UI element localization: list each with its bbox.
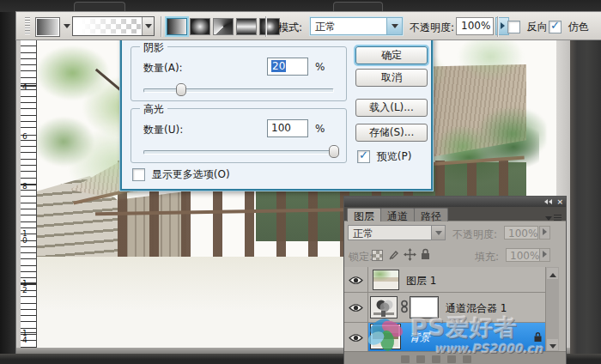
radial-gradient-button[interactable] <box>190 18 210 35</box>
check-icon: ✓ <box>359 149 368 161</box>
menu-lines-icon <box>554 215 562 221</box>
preview-checkbox[interactable]: ✓ <box>357 150 370 163</box>
layer-row[interactable]: 图层 1 <box>344 267 545 293</box>
check-icon: ✓ <box>550 19 560 32</box>
layer-opacity-value[interactable]: 100% <box>504 226 538 240</box>
reverse-checkbox[interactable]: ✓ <box>507 21 520 33</box>
triangle-up-icon <box>549 273 556 277</box>
shadows-slider[interactable] <box>143 85 334 95</box>
dither-label: 仿色 <box>568 21 589 33</box>
shadows-amount-label: 数量(A): <box>143 61 183 76</box>
linear-gradient-button[interactable] <box>167 18 187 35</box>
mode-select[interactable]: 正常 <box>310 17 403 35</box>
chevron-down-icon <box>145 24 152 28</box>
shadows-group-label: 阴影 <box>140 40 167 55</box>
panel-bottom-icon[interactable] <box>432 355 440 363</box>
collapse-icon[interactable] <box>549 199 552 204</box>
reflected-gradient-button[interactable] <box>236 18 257 35</box>
lock-transparency-icon[interactable] <box>372 250 383 261</box>
close-icon[interactable]: × <box>556 197 563 206</box>
panel-scrollbar[interactable] <box>545 267 559 351</box>
slider-track[interactable] <box>143 88 334 93</box>
layer-controls: 正常 不透明度: 100% 锁定: 填充: 100% <box>344 222 566 267</box>
slider-thumb[interactable] <box>329 145 339 158</box>
options-bar-grip[interactable] <box>25 17 30 35</box>
selected-value: 20 <box>271 60 286 72</box>
tab-channels[interactable]: 通道 <box>380 208 415 221</box>
highlights-amount-label: 数量(U): <box>143 123 183 137</box>
gradient-picker-arrow[interactable] <box>142 17 154 35</box>
preview-row: ✓ 预览(P) <box>357 149 411 164</box>
opacity-input[interactable]: 100% <box>456 17 494 35</box>
shadows-group: 阴影 数量(A): 20 % <box>131 46 347 101</box>
ok-button[interactable]: 确定 <box>355 46 428 64</box>
layer-opacity-arrow[interactable] <box>539 226 550 240</box>
lock-paint-icon[interactable] <box>388 248 401 261</box>
collapse-icon[interactable] <box>544 199 548 204</box>
vertical-ruler[interactable]: 4 6 8 10 12 14 <box>21 40 37 348</box>
slider-track[interactable] <box>143 150 334 155</box>
panel-bottom-icon[interactable] <box>401 355 410 363</box>
highlights-group: 高光 数量(U): 100 % <box>131 108 347 163</box>
lock-all-icon[interactable] <box>420 248 433 261</box>
panel-menu-icon[interactable] <box>545 211 562 223</box>
tab-layers[interactable]: 图层 <box>347 208 381 221</box>
load-button[interactable]: 载入(L)... <box>355 99 428 117</box>
separator <box>161 16 161 37</box>
gradient-tool-icon[interactable] <box>35 17 60 37</box>
ruler-label: 12 <box>22 280 29 294</box>
eye-icon <box>349 333 363 343</box>
highlights-slider[interactable] <box>143 147 334 157</box>
show-more-options-checkbox[interactable]: ✓ <box>132 168 145 181</box>
slider-thumb[interactable] <box>176 83 186 96</box>
tool-preset-arrow-icon[interactable] <box>64 24 70 28</box>
layer-thumbnail[interactable] <box>371 325 400 349</box>
dither-checkbox[interactable]: ✓ <box>549 21 562 33</box>
layer-row-selected[interactable]: 背景 <box>344 323 545 351</box>
layer-thumbnail[interactable] <box>373 270 399 290</box>
chevron-down-icon <box>545 216 552 221</box>
fill-arrow[interactable] <box>539 248 550 262</box>
dither-option: ✓ 仿色 <box>549 20 589 34</box>
panel-bottom-icon[interactable] <box>447 355 456 363</box>
mode-label: 模式: <box>278 21 302 35</box>
layer-opacity-label: 不透明度: <box>452 228 497 242</box>
panel-title-icons: × <box>544 197 563 206</box>
gradient-picker[interactable] <box>72 16 155 36</box>
visibility-cell[interactable] <box>344 293 368 322</box>
scroll-up-button[interactable] <box>547 268 558 279</box>
panel-title-bar[interactable]: × <box>344 197 566 207</box>
highlights-amount-field[interactable]: 100 <box>267 119 308 137</box>
chevron-right-icon <box>543 228 547 235</box>
scroll-down-button[interactable] <box>547 339 558 350</box>
lock-move-icon[interactable] <box>404 248 416 261</box>
panel-bottom-icon[interactable] <box>416 355 425 363</box>
visibility-cell[interactable] <box>344 267 368 292</box>
adjustment-layer-thumbnail[interactable] <box>370 296 398 318</box>
panel-bottom-icon[interactable] <box>463 355 471 363</box>
layer-mask-thumbnail[interactable] <box>410 296 439 318</box>
fill-value[interactable]: 100% <box>506 248 540 262</box>
diamond-gradient-button[interactable] <box>259 18 280 35</box>
blend-mode-select[interactable]: 正常 <box>348 225 446 240</box>
opacity-label: 不透明度: <box>410 21 454 35</box>
shadows-amount-field[interactable]: 20 <box>267 58 308 76</box>
layer-name[interactable]: 图层 1 <box>406 274 436 288</box>
shadows-unit-label: % <box>315 61 325 73</box>
visibility-cell[interactable] <box>344 323 368 351</box>
gradient-preview <box>75 19 141 33</box>
tab-paths[interactable]: 路径 <box>414 208 448 221</box>
layer-name[interactable]: 通道混合器 1 <box>446 301 507 316</box>
layer-row[interactable]: 通道混合器 1 <box>344 293 545 323</box>
cancel-button[interactable]: 取消 <box>355 69 428 87</box>
app-right-edge <box>570 11 601 364</box>
mode-select-arrow[interactable] <box>386 18 402 34</box>
ruler-label: 4 <box>22 83 29 90</box>
chevron-right-icon <box>543 251 547 258</box>
save-button[interactable]: 存储(S)... <box>355 124 428 142</box>
show-more-options-label: 显示更多选项(O) <box>152 168 230 180</box>
layer-name[interactable]: 背景 <box>410 331 430 345</box>
lock-label: 锁定: <box>349 250 373 264</box>
blend-mode-arrow[interactable] <box>431 226 445 240</box>
angle-gradient-button[interactable] <box>213 18 234 35</box>
